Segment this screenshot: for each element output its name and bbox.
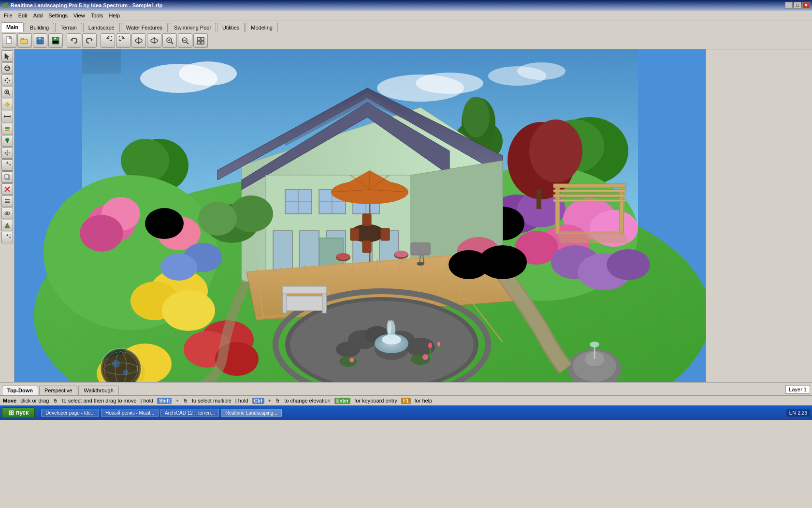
start-button[interactable]: ⊞ пуск (2, 407, 35, 418)
delete-tool[interactable] (1, 183, 13, 195)
pan-tool[interactable] (1, 75, 13, 86)
clock: 2:26 (798, 410, 807, 416)
svg-point-197 (590, 342, 599, 347)
menu-file[interactable]: File (1, 12, 15, 19)
taskbar-item-2[interactable]: ArchiCAD 12 :: torren... (160, 409, 219, 417)
svg-point-167 (394, 251, 408, 257)
tab-landscape[interactable]: Landscape (83, 23, 120, 32)
svg-rect-7 (54, 37, 57, 40)
zoom-fit-button[interactable] (193, 33, 208, 48)
svg-marker-12 (122, 37, 125, 39)
properties-tool[interactable] (1, 195, 13, 207)
svg-rect-49 (5, 127, 10, 128)
terrain-tool[interactable] (1, 220, 13, 231)
svg-rect-8 (53, 41, 58, 44)
toolbar (0, 32, 812, 49)
lang-indicator: EN (789, 410, 796, 416)
svg-point-219 (449, 250, 489, 279)
taskbar-item-1[interactable]: Новый релиз - Mozil... (101, 409, 159, 417)
minimize-button[interactable]: _ (785, 2, 793, 9)
rotate-obj-tool[interactable] (1, 159, 13, 171)
menu-edit[interactable]: Edit (15, 12, 30, 19)
svg-point-222 (607, 249, 650, 280)
menu-view[interactable]: View (71, 12, 88, 19)
maximize-button[interactable]: □ (794, 2, 801, 9)
svg-marker-205 (556, 231, 628, 243)
status-hint5: for help (415, 398, 433, 403)
svg-rect-29 (201, 41, 204, 44)
refresh-tool[interactable] (1, 232, 13, 243)
svg-rect-202 (553, 190, 626, 192)
cursor-icon: 🖱 (53, 398, 58, 403)
menu-help[interactable]: Help (106, 12, 123, 19)
tab-terrain[interactable]: Terrain (55, 23, 82, 32)
visibility-tool[interactable] (1, 208, 13, 219)
rotate-ccw-button[interactable] (101, 33, 115, 48)
svg-point-179 (336, 342, 360, 357)
svg-rect-203 (553, 194, 626, 197)
save-as-button[interactable] (48, 33, 63, 48)
viewport[interactable]: Orbit Height ... (14, 49, 706, 382)
measure-tool[interactable] (1, 111, 13, 122)
svg-marker-56 (4, 152, 6, 154)
open-button[interactable] (17, 33, 32, 48)
svg-point-78 (517, 62, 566, 80)
tab-main[interactable]: Main (1, 22, 24, 32)
undo-button[interactable] (67, 33, 81, 48)
windows-icon: ⊞ (8, 409, 14, 417)
redo-button[interactable] (82, 33, 97, 48)
app-icon: 🌿 (2, 2, 9, 9)
view-tab-topdown[interactable]: Top-Down (2, 386, 38, 395)
taskbar-item-3[interactable]: Realtime Landscaping... (221, 409, 281, 417)
save-button[interactable] (33, 33, 47, 48)
svg-rect-66 (5, 202, 10, 203)
svg-point-76 (416, 73, 483, 94)
zoom-out-button[interactable] (178, 33, 192, 48)
svg-rect-28 (197, 41, 200, 44)
svg-point-184 (387, 320, 392, 335)
svg-point-188 (349, 358, 354, 362)
status-action: Move (3, 398, 16, 403)
layers-tool[interactable] (1, 123, 13, 134)
taskbar-item-0[interactable]: Developer page - Ide... (41, 409, 99, 417)
status-plus1: + (175, 398, 178, 403)
tilt-up-button[interactable] (147, 33, 161, 48)
svg-point-91 (162, 290, 215, 331)
svg-rect-107 (536, 190, 541, 209)
tilt-down-button[interactable] (131, 33, 146, 48)
menu-add[interactable]: Add (30, 12, 46, 19)
close-button[interactable]: ✕ (802, 2, 810, 9)
new-button[interactable] (2, 33, 16, 48)
svg-point-211 (145, 208, 184, 239)
left-toolbar (0, 49, 14, 382)
titlebar-title: Realtime Landscaping Pro 5 by Idea Spect… (11, 2, 162, 8)
enter-key-badge: Enter (334, 398, 351, 404)
tab-swimming-pool[interactable]: Swimming Pool (169, 23, 216, 32)
sun-tool[interactable] (1, 99, 13, 110)
svg-rect-201 (553, 184, 626, 188)
tab-water-features[interactable]: Water Features (121, 23, 168, 32)
copy-tool[interactable] (1, 171, 13, 183)
cursor-icon3: 🖱 (275, 398, 280, 403)
svg-point-68 (6, 212, 8, 214)
status-hint2: to select multiple (192, 398, 232, 403)
rotate-cw-button[interactable] (116, 33, 130, 48)
titlebar: 🌿 Realtime Landscaping Pro 5 by Idea Spe… (0, 0, 812, 11)
layer-indicator: Layer 1 (785, 385, 810, 394)
zoom-tool[interactable] (1, 87, 13, 98)
move-tool[interactable] (1, 147, 13, 159)
select-tool[interactable] (1, 50, 13, 62)
tab-utilities[interactable]: Utilities (217, 23, 245, 32)
plant-tool[interactable] (1, 135, 13, 147)
tab-modeling[interactable]: Modeling (246, 23, 278, 32)
svg-point-186 (339, 356, 357, 367)
tab-building[interactable]: Building (25, 23, 54, 32)
zoom-in-button[interactable] (162, 33, 177, 48)
menu-tools[interactable]: Tools (88, 12, 106, 19)
view-tab-perspective[interactable]: Perspective (39, 386, 77, 395)
view-tab-walkthrough[interactable]: Walkthrough (78, 386, 118, 395)
svg-rect-4 (38, 37, 41, 40)
svg-marker-35 (4, 79, 6, 81)
menu-settings[interactable]: Settings (45, 12, 71, 19)
orbit-tool[interactable] (1, 62, 13, 74)
